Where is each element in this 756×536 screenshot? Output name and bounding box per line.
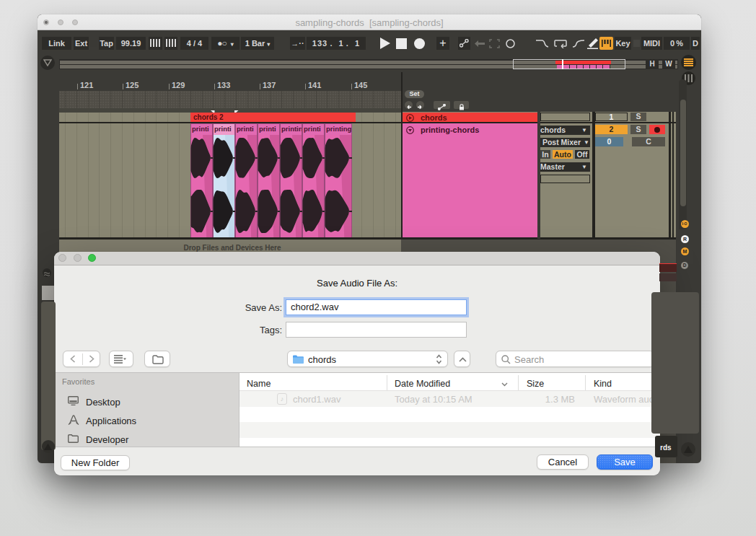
svg-text:printing: printing [326, 125, 352, 133]
svg-text:printi: printi [259, 125, 276, 133]
svg-text:printi: printi [304, 125, 321, 133]
svg-text:printin: printin [281, 125, 303, 133]
svg-text:printi: printi [214, 125, 232, 133]
svg-text:printi: printi [192, 125, 209, 133]
svg-text:printi: printi [237, 125, 254, 133]
